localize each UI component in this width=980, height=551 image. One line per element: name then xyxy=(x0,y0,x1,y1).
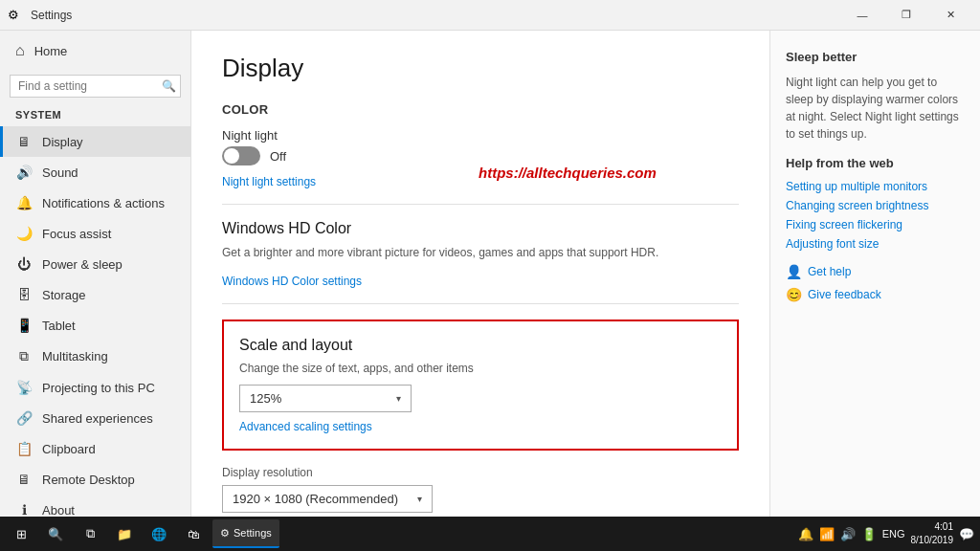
sleep-desc: Night light can help you get to sleep by… xyxy=(786,74,965,143)
store-button[interactable]: 🛍 xyxy=(178,518,209,549)
window-controls: — ❐ ✕ xyxy=(840,0,972,31)
about-icon: ℹ xyxy=(15,502,33,517)
minimize-button[interactable]: — xyxy=(840,0,884,31)
projecting-icon: 📡 xyxy=(15,380,33,395)
night-light-settings-link[interactable]: Night light settings xyxy=(222,175,316,188)
search-input[interactable] xyxy=(18,79,162,93)
taskbar-battery-icon[interactable]: 🔋 xyxy=(861,527,877,541)
sidebar-item-clipboard-label: Clipboard xyxy=(42,442,96,456)
maximize-button[interactable]: ❐ xyxy=(884,0,928,31)
main-layout: ⌂ Home 🔍 System 🖥 Display 🔊 Sound 🔔 Noti… xyxy=(0,31,980,517)
help-link-brightness[interactable]: Changing screen brightness xyxy=(786,199,965,212)
help-link-font[interactable]: Adjusting font size xyxy=(786,237,965,251)
search-button[interactable]: 🔍 xyxy=(40,518,71,549)
sidebar-item-power-label: Power & sleep xyxy=(42,257,122,272)
display-icon: 🖥 xyxy=(15,134,33,149)
taskbar-time: 4:01 8/10/2019 xyxy=(911,520,954,547)
notifications-icon: 🔔 xyxy=(15,195,33,210)
sidebar: ⌂ Home 🔍 System 🖥 Display 🔊 Sound 🔔 Noti… xyxy=(0,31,191,517)
scale-dropdown-arrow: ▾ xyxy=(396,393,401,404)
give-feedback-row[interactable]: 😊 Give feedback xyxy=(786,287,965,302)
taskbar-network-icon[interactable]: 📶 xyxy=(819,527,835,541)
settings-app-taskbar-label: Settings xyxy=(234,527,272,539)
resolution-dropdown-arrow: ▾ xyxy=(417,494,422,504)
settings-taskbar-app[interactable]: ⚙ Settings xyxy=(212,519,279,548)
sidebar-item-focus[interactable]: 🌙 Focus assist xyxy=(0,218,190,249)
color-section-title: Color xyxy=(222,102,739,117)
taskbar-lang: ENG xyxy=(882,528,905,540)
sidebar-item-storage[interactable]: 🗄 Storage xyxy=(0,279,190,310)
resolution-dropdown[interactable]: 1920 × 1080 (Recommended) ▾ xyxy=(222,485,433,513)
sidebar-item-display[interactable]: 🖥 Display xyxy=(0,126,190,157)
taskbar-time-bottom: 8/10/2019 xyxy=(911,534,954,547)
title-bar: ⚙ Settings — ❐ ✕ xyxy=(0,0,980,31)
home-icon: ⌂ xyxy=(15,42,25,59)
sidebar-item-shared[interactable]: 🔗 Shared experiences xyxy=(0,403,190,433)
hd-color-link[interactable]: Windows HD Color settings xyxy=(222,275,362,288)
search-icon: 🔍 xyxy=(162,79,176,93)
sidebar-item-shared-label: Shared experiences xyxy=(42,411,153,426)
sidebar-item-projecting-label: Projecting to this PC xyxy=(42,381,155,395)
content-area: Display Color Night light Off Night ligh… xyxy=(191,31,769,517)
start-button[interactable]: ⊞ xyxy=(6,518,36,549)
sidebar-home-button[interactable]: ⌂ Home xyxy=(0,31,190,71)
taskbar-left: ⊞ 🔍 ⧉ 📁 🌐 🛍 ⚙ Settings xyxy=(6,518,279,549)
page-title: Display xyxy=(222,54,739,83)
resolution-value: 1920 × 1080 (Recommended) xyxy=(233,492,398,506)
home-label: Home xyxy=(34,44,68,58)
scale-value: 125% xyxy=(250,391,281,406)
sidebar-item-tablet-label: Tablet xyxy=(42,319,76,333)
sidebar-item-tablet[interactable]: 📱 Tablet xyxy=(0,310,190,341)
sidebar-item-storage-label: Storage xyxy=(42,288,86,302)
search-box[interactable]: 🔍 xyxy=(10,75,181,98)
taskbar-time-top: 4:01 xyxy=(911,520,954,534)
sidebar-item-notifications[interactable]: 🔔 Notifications & actions xyxy=(0,187,190,218)
edge-button[interactable]: 🌐 xyxy=(144,518,174,549)
sidebar-item-clipboard[interactable]: 📋 Clipboard xyxy=(0,433,190,464)
remote-icon: 🖥 xyxy=(15,472,33,487)
resolution-label: Display resolution xyxy=(222,466,739,479)
settings-app-icon: ⚙ xyxy=(8,8,23,23)
sidebar-item-multitasking[interactable]: ⧉ Multitasking xyxy=(0,341,190,372)
divider-1 xyxy=(222,204,739,205)
help-link-flickering[interactable]: Fixing screen flickering xyxy=(786,218,965,231)
taskbar-sound-icon[interactable]: 🔊 xyxy=(840,527,856,541)
night-light-toggle[interactable] xyxy=(222,146,260,165)
scale-dropdown[interactable]: 125% ▾ xyxy=(239,385,412,412)
get-help-row[interactable]: 👤 Get help xyxy=(786,264,965,279)
help-link-monitors[interactable]: Setting up multiple monitors xyxy=(786,180,965,193)
sidebar-item-notifications-label: Notifications & actions xyxy=(42,196,165,210)
divider-2 xyxy=(222,303,739,304)
close-button[interactable]: ✕ xyxy=(928,0,972,31)
sidebar-item-remote[interactable]: 🖥 Remote Desktop xyxy=(0,464,190,495)
resolution-row: Display resolution 1920 × 1080 (Recommen… xyxy=(222,466,739,513)
sound-icon: 🔊 xyxy=(15,165,33,180)
night-light-state: Off xyxy=(270,149,286,164)
help-title: Help from the web xyxy=(786,156,965,170)
hd-color-desc: Get a brighter and more vibrant picture … xyxy=(222,245,739,261)
sidebar-system-label: System xyxy=(0,105,190,126)
sidebar-item-projecting[interactable]: 📡 Projecting to this PC xyxy=(0,372,190,403)
file-explorer-button[interactable]: 📁 xyxy=(109,518,140,549)
advanced-scaling-link[interactable]: Advanced scaling settings xyxy=(239,420,372,433)
task-view-button[interactable]: ⧉ xyxy=(75,518,105,549)
sidebar-item-power[interactable]: ⏻ Power & sleep xyxy=(0,249,190,279)
night-light-row: Off xyxy=(222,146,739,165)
title-bar-left: ⚙ Settings xyxy=(8,8,72,23)
tablet-icon: 📱 xyxy=(15,318,33,333)
sidebar-item-focus-label: Focus assist xyxy=(42,227,111,241)
scale-title: Scale and layout xyxy=(239,337,722,354)
multitasking-icon: ⧉ xyxy=(15,348,33,364)
taskbar-action-center-icon[interactable]: 💬 xyxy=(959,527,974,541)
sidebar-item-display-label: Display xyxy=(42,135,83,149)
taskbar-right: 🔔 📶 🔊 🔋 ENG 4:01 8/10/2019 💬 xyxy=(798,520,974,547)
sidebar-item-about-label: About xyxy=(42,503,75,518)
taskbar-notification-icon[interactable]: 🔔 xyxy=(798,527,813,541)
give-feedback-link[interactable]: Give feedback xyxy=(808,288,881,301)
taskbar: ⊞ 🔍 ⧉ 📁 🌐 🛍 ⚙ Settings 🔔 📶 🔊 🔋 ENG 4:01 … xyxy=(0,517,980,551)
sidebar-item-about[interactable]: ℹ About xyxy=(0,495,190,517)
right-panel: Sleep better Night light can help you ge… xyxy=(769,31,980,517)
get-help-link[interactable]: Get help xyxy=(808,265,851,278)
sidebar-item-sound[interactable]: 🔊 Sound xyxy=(0,157,190,187)
sidebar-item-sound-label: Sound xyxy=(42,165,78,180)
